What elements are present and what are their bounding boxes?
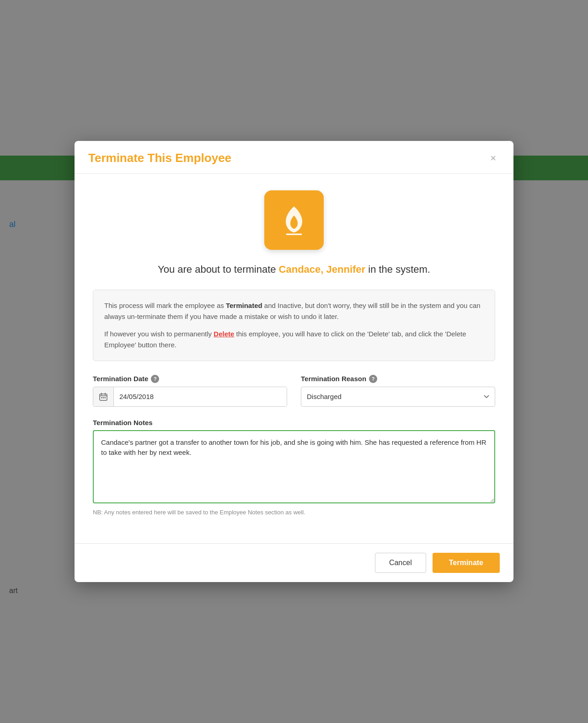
termination-notes-group: Termination Notes NB: Any notes entered … xyxy=(93,419,495,516)
subtitle-before: You are about to terminate xyxy=(158,264,279,275)
modal-header: Terminate This Employee × xyxy=(75,141,513,174)
termination-date-help-icon[interactable]: ? xyxy=(151,375,159,383)
info-line1-before: This process will mark the employee as xyxy=(104,302,226,309)
close-button[interactable]: × xyxy=(486,151,500,165)
modal-footer: Cancel Terminate xyxy=(75,543,513,582)
terminate-modal: Terminate This Employee × Yo xyxy=(75,141,513,582)
fields-row: Termination Date ? xyxy=(93,375,495,407)
termination-reason-help-icon[interactable]: ? xyxy=(369,375,377,383)
info-box: This process will mark the employee as T… xyxy=(93,290,495,361)
info-paragraph-2: If however you wish to permanently Delet… xyxy=(104,329,484,351)
termination-reason-select[interactable]: Discharged Resigned Retired Laid Off Oth… xyxy=(301,387,495,407)
termination-reason-group: Termination Reason ? Discharged Resigned… xyxy=(301,375,495,407)
terminate-button[interactable]: Terminate xyxy=(433,553,500,573)
termination-reason-label: Termination Reason ? xyxy=(301,375,495,383)
date-value: 24/05/2018 xyxy=(114,387,287,406)
termination-notes-label: Termination Notes xyxy=(93,419,495,426)
modal-body: You are about to terminate Candace, Jenn… xyxy=(75,174,513,532)
notes-hint: NB: Any notes entered here will be saved… xyxy=(93,509,495,516)
termination-notes-textarea[interactable] xyxy=(93,430,495,503)
icon-area xyxy=(93,190,495,250)
svg-rect-6 xyxy=(103,397,104,399)
employee-name: Candace, Jennifer xyxy=(279,264,366,275)
modal-backdrop: Terminate This Employee × Yo xyxy=(0,0,588,723)
termination-date-label: Termination Date ? xyxy=(93,375,287,383)
subtitle-after: in the system. xyxy=(365,264,430,275)
svg-rect-5 xyxy=(101,397,102,399)
modal-title: Terminate This Employee xyxy=(88,151,231,165)
calendar-icon xyxy=(93,387,114,406)
delete-link[interactable]: Delete xyxy=(214,330,234,338)
date-input-wrapper[interactable]: 24/05/2018 xyxy=(93,387,287,407)
info-paragraph-1: This process will mark the employee as T… xyxy=(104,300,484,322)
flame-icon-box xyxy=(264,190,324,250)
subtitle: You are about to terminate Candace, Jenn… xyxy=(93,263,495,277)
termination-date-group: Termination Date ? xyxy=(93,375,287,407)
cancel-button[interactable]: Cancel xyxy=(375,553,426,573)
svg-rect-7 xyxy=(105,397,106,399)
flame-icon xyxy=(280,204,308,236)
terminated-bold: Terminated xyxy=(226,302,262,309)
info-line2-before: If however you wish to permanently xyxy=(104,330,214,338)
